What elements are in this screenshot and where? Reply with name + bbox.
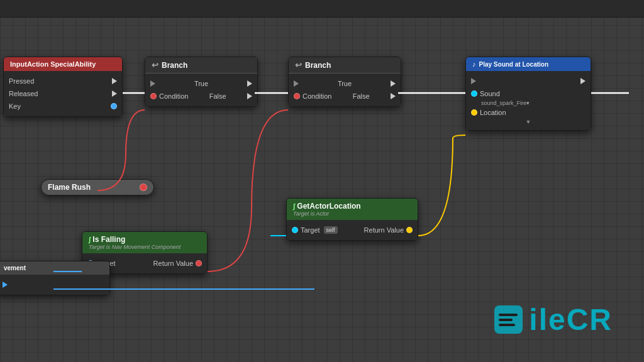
- branch1-true-arrow: [247, 80, 252, 87]
- branch1-condition-row: Condition False: [145, 90, 257, 102]
- branch2-title: Branch: [305, 61, 331, 70]
- node-movement: vement: [0, 261, 110, 295]
- is-falling-title: Is Falling: [92, 235, 125, 244]
- branch1-header: ↩ Branch: [145, 57, 257, 74]
- branch2-exec-in: [294, 80, 299, 87]
- branch1-false-label: False: [209, 92, 226, 100]
- branch1-condition-pin: Condition: [150, 92, 188, 100]
- pin-released-label: Released: [9, 90, 38, 97]
- node-branch-1: ↩ Branch True Condition False: [145, 57, 258, 107]
- is-falling-header-content: ∫ Is Falling Target is Nav Movement Comp…: [89, 235, 180, 250]
- movement-header: vement: [0, 261, 109, 275]
- play-sound-sound-pin: Sound: [471, 90, 500, 97]
- branch1-title: Branch: [162, 61, 187, 70]
- top-bar: [0, 0, 644, 18]
- get-actor-pins-row: Target self Return Value: [287, 224, 418, 236]
- flame-rush-header: Flame Rush: [42, 180, 153, 195]
- branch2-condition-dot: [294, 93, 300, 99]
- branch2-false-arrow: [391, 93, 396, 99]
- pin-key-label: Key: [9, 102, 21, 110]
- flame-rush-pin: [140, 184, 147, 191]
- input-action-title: InputAction SpecialAbility: [10, 60, 96, 68]
- watermark-text: ileCR: [529, 302, 613, 337]
- branch2-header: ↩ Branch: [289, 57, 401, 74]
- play-sound-location-label: Location: [480, 109, 506, 116]
- pin-pressed: Pressed: [4, 75, 122, 87]
- get-actor-return-pin: Return Value: [364, 226, 413, 234]
- play-sound-title: Play Sound at Location: [479, 61, 549, 68]
- branch2-true-arrow: [391, 80, 396, 87]
- node-input-action: InputAction SpecialAbility Pressed Relea…: [3, 57, 123, 117]
- play-sound-location-pin: Location: [471, 109, 506, 116]
- pin-released: Released: [4, 87, 122, 100]
- branch1-body: True Condition False: [145, 74, 257, 106]
- svg-rect-1: [499, 314, 518, 316]
- pin-pressed-label: Pressed: [9, 77, 34, 85]
- watermark: ileCR: [491, 302, 613, 337]
- movement-body: [0, 275, 109, 295]
- svg-rect-2: [499, 319, 513, 321]
- get-actor-return-dot: [406, 227, 413, 233]
- get-actor-body: Target self Return Value: [287, 220, 418, 240]
- is-falling-subtitle: Target is Nav Movement Component: [89, 244, 180, 250]
- branch1-exec-row: True: [145, 77, 257, 90]
- branch2-icon: ↩: [295, 60, 302, 70]
- node-flame-rush: Flame Rush: [41, 179, 154, 195]
- node-branch-2: ↩ Branch True Condition False: [288, 57, 401, 107]
- input-action-body: Pressed Released Key: [4, 71, 122, 116]
- branch1-true-label: True: [194, 80, 208, 87]
- branch2-exec-row: True: [289, 77, 401, 90]
- get-actor-self-badge: self: [324, 226, 338, 234]
- pin-key-dot: [111, 103, 117, 109]
- play-sound-sound-dot: [471, 90, 477, 97]
- play-sound-header: ♪ Play Sound at Location: [466, 57, 591, 71]
- get-actor-target-dot: [292, 227, 298, 233]
- get-actor-header-content: ∫ GetActorLocation Target is Actor: [293, 202, 361, 217]
- node-get-actor: ∫ GetActorLocation Target is Actor Targe…: [286, 198, 418, 241]
- branch1-icon: ↩: [152, 60, 158, 70]
- movement-exec-out: [3, 282, 8, 288]
- pin-key: Key: [4, 100, 122, 112]
- branch1-false-arrow: [247, 93, 252, 99]
- is-falling-return-pin: Return Value: [153, 260, 202, 267]
- get-actor-subtitle: Target is Actor: [293, 211, 361, 217]
- play-sound-sound-value: sound_spark_Fire▾: [466, 100, 591, 106]
- branch1-condition-dot: [150, 93, 157, 99]
- flame-rush-title: Flame Rush: [48, 183, 91, 192]
- play-sound-dropdown: ▼: [466, 119, 591, 126]
- play-sound-sound-row: Sound: [466, 87, 591, 100]
- branch1-exec-in: [150, 80, 155, 87]
- get-actor-target-pin: Target self: [292, 226, 338, 234]
- play-sound-exec-out: [580, 78, 586, 84]
- node-play-sound: ♪ Play Sound at Location Sound sound_spa…: [465, 57, 591, 131]
- branch2-body: True Condition False: [289, 74, 401, 106]
- play-sound-sound-label: Sound: [480, 90, 500, 97]
- branch2-true-label: True: [338, 80, 352, 87]
- branch2-condition-pin: Condition: [294, 92, 331, 100]
- movement-pin-row: [0, 278, 109, 291]
- pin-pressed-arrow: [112, 78, 117, 84]
- input-action-header: InputAction SpecialAbility: [4, 57, 122, 71]
- play-sound-icon: ♪: [472, 60, 476, 68]
- branch2-condition-label: Condition: [303, 92, 331, 100]
- play-sound-exec-in: [471, 78, 476, 84]
- svg-rect-3: [499, 324, 515, 326]
- is-falling-return-label: Return Value: [153, 260, 193, 267]
- get-actor-header: ∫ GetActorLocation Target is Actor: [287, 199, 418, 220]
- get-actor-title: GetActorLocation: [297, 202, 360, 211]
- watermark-icon: [491, 302, 526, 337]
- play-sound-location-dot: [471, 109, 477, 116]
- is-falling-header: ∫ Is Falling Target is Nav Movement Comp…: [82, 232, 207, 253]
- branch1-condition-label: Condition: [159, 92, 188, 100]
- get-actor-icon: ∫: [293, 202, 295, 210]
- is-falling-return-dot: [196, 260, 202, 266]
- is-falling-icon: ∫: [89, 236, 91, 243]
- play-sound-exec-row: [466, 75, 591, 87]
- play-sound-body: Sound sound_spark_Fire▾ Location ▼: [466, 71, 591, 130]
- play-sound-location-row: Location: [466, 106, 591, 119]
- branch2-false-label: False: [353, 92, 370, 100]
- movement-title: vement: [4, 265, 26, 272]
- get-actor-target-label: Target: [301, 226, 320, 234]
- branch2-condition-row: Condition False: [289, 90, 401, 102]
- pin-released-arrow: [112, 90, 117, 97]
